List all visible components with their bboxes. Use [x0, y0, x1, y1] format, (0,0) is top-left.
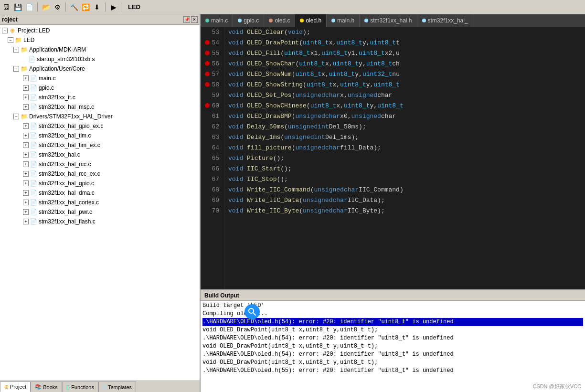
- tab-project[interactable]: ⊕ Project: [0, 381, 31, 392]
- code-line-65: void Picture();: [228, 153, 585, 163]
- tree-item-main-c[interactable]: + 📄 main.c: [0, 74, 200, 83]
- tree-item-rcc-ex[interactable]: + 📄 stm32f1xx_hal_rcc_ex.c: [0, 169, 200, 179]
- expander-rcc-ex[interactable]: +: [23, 171, 29, 177]
- code-line-56: void OLED_ShowChar(uint8_t x,uint8_t y,u…: [228, 58, 585, 69]
- build-line-2-error[interactable]: .\HARDWARE\OLED\oled.h(54): error: #20: …: [202, 318, 583, 326]
- expander-pwr[interactable]: +: [23, 209, 29, 215]
- file-tab-stm32hal-h[interactable]: stm32f1xx_hal.h: [360, 14, 417, 27]
- tree-item-cortex[interactable]: + 📄 stm32f1xx_hal_cortex.c: [0, 198, 200, 207]
- toolbar-icon-properties[interactable]: ⚙: [53, 3, 62, 11]
- expander-gpio-c[interactable]: +: [23, 85, 29, 91]
- fn-55: OLED_Fill: [247, 50, 280, 57]
- toolbar-icon-saveall[interactable]: 💾: [13, 3, 22, 11]
- tree-item-stm32-msp[interactable]: + 📄 stm32f1xx_hal_msp.c: [0, 102, 200, 112]
- tree-item-tim-ex[interactable]: + 📄 stm32f1xx_hal_tim_ex.c: [0, 140, 200, 150]
- toolbar-icon-save[interactable]: 🖫: [2, 3, 11, 11]
- expander-flash[interactable]: +: [23, 219, 29, 224]
- expander-stm32-msp[interactable]: +: [23, 104, 29, 110]
- expander-tim[interactable]: +: [23, 133, 29, 138]
- code-lines[interactable]: void OLED_Clear(void); void OLED_DrawPoi…: [224, 27, 585, 289]
- toolbar-icon-rebuild[interactable]: 🔁: [81, 3, 90, 11]
- tab-books[interactable]: 📚 Books: [31, 381, 62, 392]
- t-58a: uint8_t: [307, 81, 333, 88]
- p-58: (: [303, 81, 307, 88]
- code-editor[interactable]: 53 54 55 56: [201, 27, 585, 289]
- tree-item-flash[interactable]: + 📄 stm32f1xx_hal_flash.c: [0, 217, 200, 226]
- t-58b: uint8_t: [340, 81, 366, 88]
- tree-item-tim[interactable]: + 📄 stm32f1xx_hal_tim.c: [0, 131, 200, 140]
- project-tree[interactable]: − ⊕ Project: LED − 📁 LED − 📁 Application…: [0, 25, 200, 381]
- tree-item-gpio-ex[interactable]: + 📄 stm32f1xx_hal_gpio_ex.c: [0, 121, 200, 131]
- tree-item-user-core[interactable]: − 📁 Application/User/Core: [0, 64, 200, 74]
- tree-item-stm32-it[interactable]: + 📄 stm32f1xx_it.c: [0, 93, 200, 102]
- tree-item-dma[interactable]: + 📄 stm32f1xx_hal_dma.c: [0, 188, 200, 198]
- expander-mdk[interactable]: −: [13, 47, 19, 53]
- tab-functions[interactable]: {} Functions: [62, 381, 98, 392]
- file-tab-main-c[interactable]: main.c: [201, 14, 233, 27]
- expander-drivers[interactable]: −: [13, 114, 19, 119]
- w-58b: y,: [366, 81, 374, 88]
- linenum-56: 56: [212, 60, 219, 67]
- code-line-64: void fill_picture(unsigned char fill_Dat…: [228, 142, 585, 153]
- tree-label-project-root: Project: LED: [18, 26, 50, 35]
- file-tab-stm32hal2[interactable]: stm32f1xx_hal_: [417, 14, 473, 27]
- file-tab-label-main-h: main.h: [337, 17, 354, 24]
- file-tab-gpio-c[interactable]: gpio.c: [233, 14, 264, 27]
- file-icon-flash: 📄: [30, 218, 37, 225]
- bp-ph-67: [205, 177, 210, 181]
- tree-item-gpio2[interactable]: + 📄 stm32f1xx_hal_gpio.c: [0, 179, 200, 188]
- tree-item-pwr[interactable]: + 📄 stm32f1xx_hal_pwr.c: [0, 207, 200, 217]
- file-tab-label-stm32hal-h: stm32f1xx_hal.h: [370, 17, 412, 24]
- build-line-6: .\HARDWARE\OLED\oled.h(54): error: #20: …: [202, 350, 583, 359]
- expander-main-c[interactable]: +: [23, 75, 29, 81]
- tab-dot-stm32hal2: [422, 19, 426, 22]
- tree-item-hal[interactable]: + 📄 stm32f1xx_hal.c: [0, 150, 200, 159]
- left-panel: roject 📌 ✕ − ⊕ Project: LED − 📁 LED −: [0, 14, 201, 392]
- toolbar-icon-debug[interactable]: ▶: [109, 3, 118, 11]
- panel-close-btn[interactable]: ✕: [191, 16, 198, 23]
- tab-functions-label: Functions: [71, 384, 94, 390]
- tree-item-drivers[interactable]: − 📁 Drivers/STM32F1xx_HAL_Driver: [0, 112, 200, 121]
- toolbar-icon-download[interactable]: ⬇: [93, 3, 101, 11]
- expander-root[interactable]: −: [2, 28, 8, 33]
- file-tab-main-h[interactable]: main.h: [327, 14, 360, 27]
- expander-cortex[interactable]: +: [23, 200, 29, 205]
- fn-70: Write_IIC_Byte: [247, 207, 299, 214]
- tree-item-mdk-arm[interactable]: − 📁 Application/MDK-ARM: [0, 45, 200, 54]
- toolbar-icon-open[interactable]: 📂: [42, 3, 50, 11]
- expander-stm32-it[interactable]: +: [23, 95, 29, 100]
- file-tab-oled-c[interactable]: oled.c: [264, 14, 295, 27]
- expander-hal[interactable]: +: [23, 152, 29, 158]
- code-content: 53 54 55 56: [201, 27, 585, 289]
- tree-item-gpio-c[interactable]: + 📄 gpio.c: [0, 83, 200, 93]
- expander-tim-ex[interactable]: +: [23, 142, 29, 148]
- bp-54: [205, 40, 210, 45]
- svg-line-1: [253, 313, 255, 315]
- file-tab-label-oled-h: oled.h: [306, 17, 321, 24]
- tree-item-project-root[interactable]: − ⊕ Project: LED: [0, 26, 200, 35]
- toolbar-icon-newfile[interactable]: 📄: [25, 3, 33, 11]
- tree-item-rcc[interactable]: + 📄 stm32f1xx_hal_rcc.c: [0, 159, 200, 169]
- search-overlay-btn[interactable]: [245, 304, 260, 319]
- expander-usercore[interactable]: −: [13, 66, 19, 72]
- tab-dot-main-h: [331, 19, 335, 22]
- tree-item-led[interactable]: − 📁 LED: [0, 35, 200, 45]
- expander-gpio2[interactable]: +: [23, 180, 29, 186]
- expander-dma[interactable]: +: [23, 190, 29, 196]
- tree-label-hal: stm32f1xx_hal.c: [39, 150, 80, 159]
- kw-57: void: [228, 71, 243, 78]
- tab-templates[interactable]: 𝛺 Templates: [98, 381, 136, 392]
- file-tab-oled-h[interactable]: oled.h: [295, 14, 327, 27]
- toolbar-icon-build[interactable]: 🔨: [70, 3, 78, 11]
- tree-label-stm32-it: stm32f1xx_it.c: [39, 93, 75, 102]
- panel-pin-btn[interactable]: 📌: [183, 16, 190, 23]
- p-54a: (: [299, 39, 303, 46]
- tab-dot-oled-c: [269, 19, 273, 22]
- kw-53: void: [228, 29, 243, 36]
- expander-rcc[interactable]: +: [23, 161, 29, 167]
- fn-65: Picture: [247, 155, 273, 162]
- expander-led[interactable]: −: [8, 37, 13, 43]
- w-56c: ch: [392, 60, 400, 67]
- expander-gpio-ex[interactable]: +: [23, 123, 29, 129]
- tree-item-startup[interactable]: 📄 startup_stm32f103xb.s: [0, 54, 200, 64]
